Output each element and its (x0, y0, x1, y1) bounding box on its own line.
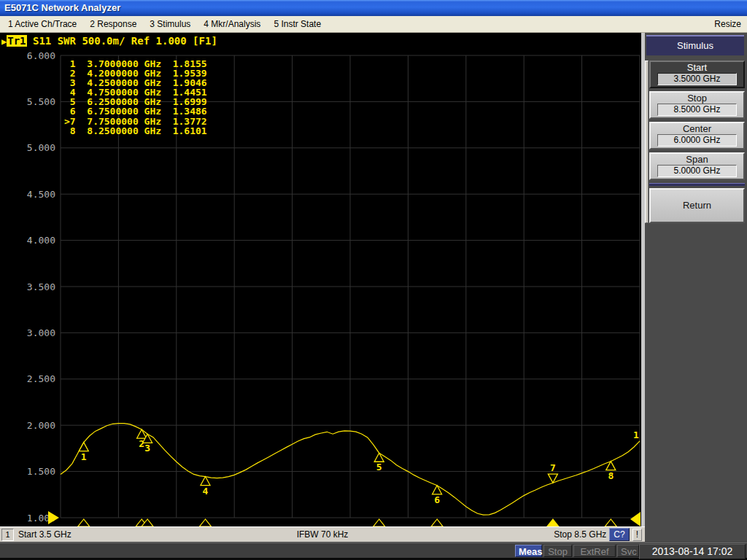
softkey-stack: Start3.5000 GHzStop8.5000 GHzCenter6.000… (649, 61, 745, 223)
y-axis-tick-label: 5.000 (27, 142, 55, 153)
e5071c-screen: E5071C Network Analyzer 1 Active Ch/Trac… (0, 0, 747, 560)
marker-1-label: 1 (81, 451, 87, 462)
softkey-label: Span (651, 154, 743, 165)
softkey-start[interactable]: Start3.5000 GHz (649, 61, 745, 88)
softkey-label: Start (651, 62, 743, 73)
trace-end-number: 1 (633, 429, 639, 440)
window-title: E5071C Network Analyzer (4, 2, 120, 13)
softkey-separator (649, 183, 745, 186)
marker-6-label: 6 (434, 494, 440, 505)
marker-2-icon (137, 429, 147, 438)
softkey-value: 3.5000 GHz (657, 73, 737, 85)
y-axis-tick-label: 6.000 (27, 50, 55, 61)
marker-table: 1 3.7000000 GHz 1.8155 2 4.2000000 GHz 1… (64, 59, 207, 136)
y-axis-tick-label: 5.500 (27, 96, 55, 107)
status-stop-freq: Stop 8.5 GHz (554, 529, 606, 540)
softkey-value: 8.5000 GHz (657, 104, 737, 116)
marker-table-row: >7 7.7500000 GHz 1.3772 (64, 117, 207, 126)
taskbar-indicator-meas: Meas (515, 545, 542, 557)
alert-badge: ! (632, 529, 642, 541)
softkey-label: Center (651, 123, 743, 134)
marker-2-label: 2 (139, 438, 144, 449)
menu-item-2[interactable]: 2 Response (83, 16, 143, 32)
clock: 2013-08-14 17:02 (639, 544, 746, 559)
menu-item-5[interactable]: 5 Instr State (267, 16, 328, 32)
marker-4-axis-flag-icon (200, 519, 212, 526)
display-area: 6.0005.5005.0004.5004.0003.5003.0002.500… (0, 33, 645, 526)
y-axis-tick-label: 1.500 (27, 466, 55, 477)
softkey-value: 6.0000 GHz (657, 134, 737, 147)
y-axis-tick-label: 3.500 (27, 281, 55, 292)
status-ifbw: IFBW 70 kHz (0, 527, 645, 542)
ref-level-arrow-right-icon (630, 512, 640, 526)
marker-1-axis-flag-icon (78, 519, 90, 526)
softkey-value: 5.0000 GHz (657, 165, 737, 177)
trace-status-line[interactable]: ▶Tr1 S11 SWR 500.0m/ Ref 1.000 [F1] (1, 35, 217, 47)
marker-table-row: 6 6.7500000 GHz 1.3486 (64, 106, 207, 116)
y-axis-tick-label: 4.500 (27, 189, 55, 200)
softkey-scrollbar[interactable] (645, 61, 649, 223)
menu-item-4[interactable]: 4 Mkr/Analysis (197, 16, 267, 32)
channel-status-bar: 1 Start 3.5 GHz IFBW 70 kHz Stop 8.5 GHz… (0, 526, 645, 542)
window-titlebar: E5071C Network Analyzer (0, 0, 747, 16)
softkey-stop[interactable]: Stop8.5000 GHz (649, 91, 745, 119)
marker-7-axis-flag-icon (547, 519, 559, 526)
trace-badge: Tr1 (7, 35, 26, 47)
taskbar-indicator-extref: ExtRef (573, 545, 616, 557)
menu-items: 1 Active Ch/Trace2 Response3 Stimulus4 M… (1, 16, 328, 32)
y-axis-tick-label: 3.000 (27, 327, 55, 338)
marker-3-label: 3 (144, 443, 150, 454)
taskbar-indicator-stop: Stop (543, 545, 572, 557)
softkey-menu-title: Stimulus (646, 35, 744, 55)
menu-item-resize[interactable]: Resize (714, 16, 741, 32)
y-axis-tick-label: 2.500 (27, 373, 55, 384)
marker-table-row: 8 8.2500000 GHz 1.6101 (64, 126, 207, 136)
marker-7-label: 7 (550, 462, 556, 473)
marker-8-axis-flag-icon (605, 519, 616, 526)
trace-format-text: S11 SWR 500.0m/ Ref 1.000 [F1] (27, 35, 217, 47)
marker-4-icon (201, 477, 210, 486)
marker-5-icon (374, 453, 384, 462)
marker-6-axis-flag-icon (431, 519, 443, 526)
softkey-span[interactable]: Span5.0000 GHz (649, 152, 745, 180)
marker-4-label: 4 (203, 486, 209, 497)
y-axis-tick-label: 2.000 (27, 420, 55, 431)
marker-5-axis-flag-icon (374, 519, 385, 526)
instrument-taskbar: MeasStopExtRefSvc 2013-08-14 17:02 (0, 542, 747, 560)
marker-8-label: 8 (608, 470, 614, 481)
marker-1-icon (79, 443, 88, 451)
menu-item-3[interactable]: 3 Stimulus (143, 16, 197, 32)
marker-6-icon (433, 486, 442, 494)
y-axis-tick-label: 4.000 (27, 235, 55, 246)
cal-status-badge: C? (609, 528, 629, 541)
taskbar-indicator-svc: Svc (617, 545, 639, 557)
marker-5-label: 5 (376, 462, 382, 472)
menu-bar: 1 Active Ch/Trace2 Response3 Stimulus4 M… (0, 16, 747, 33)
softkey-sidebar: Stimulus Start3.5000 GHzStop8.5000 GHzCe… (645, 33, 747, 544)
softkey-label: Stop (651, 93, 743, 104)
menu-item-1[interactable]: 1 Active Ch/Trace (1, 16, 83, 32)
softkey-center[interactable]: Center6.0000 GHz (649, 122, 745, 149)
softkey-return[interactable]: Return (649, 188, 745, 223)
